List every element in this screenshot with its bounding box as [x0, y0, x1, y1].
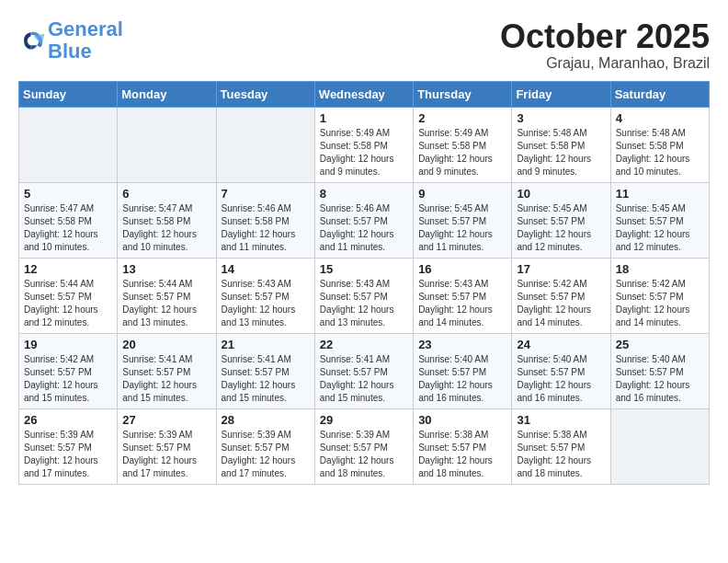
day-info: Sunrise: 5:47 AMSunset: 5:58 PMDaylight:…	[122, 202, 210, 254]
day-info: Sunrise: 5:44 AMSunset: 5:57 PMDaylight:…	[24, 278, 112, 329]
logo-icon	[18, 27, 46, 54]
calendar-cell: 7Sunrise: 5:46 AMSunset: 5:58 PMDaylight…	[216, 182, 314, 258]
day-info: Sunrise: 5:39 AMSunset: 5:57 PMDaylight:…	[122, 429, 210, 480]
calendar-cell: 24Sunrise: 5:40 AMSunset: 5:57 PMDayligh…	[512, 333, 610, 408]
calendar-week-row: 5Sunrise: 5:47 AMSunset: 5:58 PMDaylight…	[19, 182, 710, 258]
calendar-cell: 14Sunrise: 5:43 AMSunset: 5:57 PMDayligh…	[216, 258, 314, 333]
logo-general: General	[48, 17, 123, 40]
day-info: Sunrise: 5:46 AMSunset: 5:57 PMDaylight:…	[320, 202, 408, 254]
day-info: Sunrise: 5:39 AMSunset: 5:57 PMDaylight:…	[24, 429, 112, 480]
weekday-header: Tuesday	[216, 81, 314, 107]
calendar-cell	[216, 107, 314, 182]
day-number: 14	[222, 262, 310, 276]
page-header: General Blue October 2025 Grajau, Maranh…	[18, 18, 710, 72]
calendar-cell: 31Sunrise: 5:38 AMSunset: 5:57 PMDayligh…	[512, 408, 610, 484]
day-number: 16	[418, 262, 506, 276]
calendar-table: SundayMondayTuesdayWednesdayThursdayFrid…	[18, 81, 710, 485]
calendar-cell: 3Sunrise: 5:48 AMSunset: 5:58 PMDaylight…	[512, 107, 610, 182]
day-number: 21	[222, 338, 310, 351]
calendar-cell: 15Sunrise: 5:43 AMSunset: 5:57 PMDayligh…	[314, 258, 413, 333]
day-number: 28	[222, 413, 310, 427]
day-number: 30	[418, 413, 506, 427]
day-info: Sunrise: 5:40 AMSunset: 5:57 PMDaylight:…	[517, 353, 605, 405]
logo-blue: Blue	[48, 40, 123, 63]
calendar-cell: 27Sunrise: 5:39 AMSunset: 5:57 PMDayligh…	[118, 408, 216, 484]
calendar-header-row: SundayMondayTuesdayWednesdayThursdayFrid…	[19, 81, 710, 107]
calendar-cell: 10Sunrise: 5:45 AMSunset: 5:57 PMDayligh…	[512, 182, 610, 258]
day-info: Sunrise: 5:45 AMSunset: 5:57 PMDaylight:…	[517, 202, 605, 254]
calendar-cell: 16Sunrise: 5:43 AMSunset: 5:57 PMDayligh…	[414, 258, 512, 333]
day-number: 20	[122, 338, 210, 351]
weekday-header: Wednesday	[314, 81, 413, 107]
day-info: Sunrise: 5:41 AMSunset: 5:57 PMDaylight:…	[320, 353, 408, 405]
day-info: Sunrise: 5:43 AMSunset: 5:57 PMDaylight:…	[418, 278, 506, 329]
calendar-cell: 6Sunrise: 5:47 AMSunset: 5:58 PMDaylight…	[118, 182, 216, 258]
calendar-week-row: 26Sunrise: 5:39 AMSunset: 5:57 PMDayligh…	[19, 408, 710, 484]
day-number: 2	[418, 111, 506, 125]
logo-text: General Blue	[48, 18, 123, 63]
day-info: Sunrise: 5:39 AMSunset: 5:57 PMDaylight:…	[222, 429, 310, 480]
calendar-cell: 28Sunrise: 5:39 AMSunset: 5:57 PMDayligh…	[216, 408, 314, 484]
calendar-cell: 2Sunrise: 5:49 AMSunset: 5:58 PMDaylight…	[414, 107, 512, 182]
calendar-cell: 9Sunrise: 5:45 AMSunset: 5:57 PMDaylight…	[414, 182, 512, 258]
calendar-cell: 25Sunrise: 5:40 AMSunset: 5:57 PMDayligh…	[610, 333, 709, 408]
day-number: 25	[616, 338, 704, 351]
day-info: Sunrise: 5:48 AMSunset: 5:58 PMDaylight:…	[616, 127, 704, 178]
calendar-cell: 17Sunrise: 5:42 AMSunset: 5:57 PMDayligh…	[512, 258, 610, 333]
month-title: October 2025	[500, 18, 710, 55]
calendar-cell: 1Sunrise: 5:49 AMSunset: 5:58 PMDaylight…	[314, 107, 413, 182]
day-info: Sunrise: 5:43 AMSunset: 5:57 PMDaylight:…	[320, 278, 408, 329]
day-number: 15	[320, 262, 408, 276]
day-number: 5	[24, 187, 112, 201]
calendar-cell: 5Sunrise: 5:47 AMSunset: 5:58 PMDaylight…	[19, 182, 118, 258]
day-info: Sunrise: 5:43 AMSunset: 5:57 PMDaylight:…	[222, 278, 310, 329]
calendar-cell: 23Sunrise: 5:40 AMSunset: 5:57 PMDayligh…	[414, 333, 512, 408]
day-number: 13	[122, 262, 210, 276]
title-section: October 2025 Grajau, Maranhao, Brazil	[500, 18, 710, 72]
calendar-cell: 29Sunrise: 5:39 AMSunset: 5:57 PMDayligh…	[314, 408, 413, 484]
day-info: Sunrise: 5:42 AMSunset: 5:57 PMDaylight:…	[517, 278, 605, 329]
day-info: Sunrise: 5:49 AMSunset: 5:58 PMDaylight:…	[320, 127, 408, 178]
calendar-cell: 19Sunrise: 5:42 AMSunset: 5:57 PMDayligh…	[19, 333, 118, 408]
day-info: Sunrise: 5:42 AMSunset: 5:57 PMDaylight:…	[616, 278, 704, 329]
logo: General Blue	[18, 18, 123, 63]
day-number: 11	[616, 187, 704, 201]
day-number: 9	[418, 187, 506, 201]
day-number: 6	[122, 187, 210, 201]
day-number: 1	[320, 111, 408, 125]
day-number: 19	[24, 338, 112, 351]
day-info: Sunrise: 5:48 AMSunset: 5:58 PMDaylight:…	[517, 127, 605, 178]
day-number: 26	[24, 413, 112, 427]
calendar-week-row: 1Sunrise: 5:49 AMSunset: 5:58 PMDaylight…	[19, 107, 710, 182]
calendar-cell	[118, 107, 216, 182]
calendar-cell: 13Sunrise: 5:44 AMSunset: 5:57 PMDayligh…	[118, 258, 216, 333]
day-number: 29	[320, 413, 408, 427]
day-info: Sunrise: 5:40 AMSunset: 5:57 PMDaylight:…	[616, 353, 704, 405]
calendar-cell: 4Sunrise: 5:48 AMSunset: 5:58 PMDaylight…	[610, 107, 709, 182]
day-info: Sunrise: 5:45 AMSunset: 5:57 PMDaylight:…	[616, 202, 704, 254]
day-number: 17	[517, 262, 605, 276]
day-info: Sunrise: 5:44 AMSunset: 5:57 PMDaylight:…	[122, 278, 210, 329]
day-info: Sunrise: 5:42 AMSunset: 5:57 PMDaylight:…	[24, 353, 112, 405]
calendar-week-row: 12Sunrise: 5:44 AMSunset: 5:57 PMDayligh…	[19, 258, 710, 333]
day-number: 7	[222, 187, 310, 201]
calendar-cell	[610, 408, 709, 484]
day-info: Sunrise: 5:49 AMSunset: 5:58 PMDaylight:…	[418, 127, 506, 178]
calendar-cell: 30Sunrise: 5:38 AMSunset: 5:57 PMDayligh…	[414, 408, 512, 484]
calendar-cell	[19, 107, 118, 182]
calendar-cell: 12Sunrise: 5:44 AMSunset: 5:57 PMDayligh…	[19, 258, 118, 333]
calendar-cell: 11Sunrise: 5:45 AMSunset: 5:57 PMDayligh…	[610, 182, 709, 258]
day-number: 27	[122, 413, 210, 427]
day-info: Sunrise: 5:38 AMSunset: 5:57 PMDaylight:…	[418, 429, 506, 480]
calendar-cell: 20Sunrise: 5:41 AMSunset: 5:57 PMDayligh…	[118, 333, 216, 408]
calendar-cell: 18Sunrise: 5:42 AMSunset: 5:57 PMDayligh…	[610, 258, 709, 333]
day-number: 3	[517, 111, 605, 125]
weekday-header: Thursday	[414, 81, 512, 107]
day-info: Sunrise: 5:45 AMSunset: 5:57 PMDaylight:…	[418, 202, 506, 254]
calendar-cell: 21Sunrise: 5:41 AMSunset: 5:57 PMDayligh…	[216, 333, 314, 408]
day-number: 18	[616, 262, 704, 276]
calendar-cell: 26Sunrise: 5:39 AMSunset: 5:57 PMDayligh…	[19, 408, 118, 484]
calendar-week-row: 19Sunrise: 5:42 AMSunset: 5:57 PMDayligh…	[19, 333, 710, 408]
weekday-header: Monday	[118, 81, 216, 107]
day-number: 12	[24, 262, 112, 276]
